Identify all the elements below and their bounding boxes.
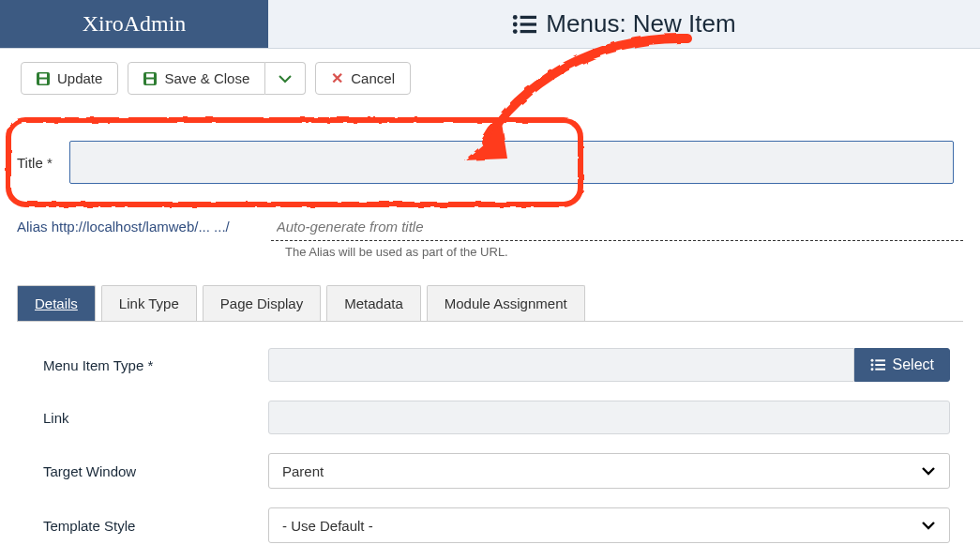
- menu-item-type-select-button[interactable]: Select: [854, 348, 950, 382]
- save-close-dropdown[interactable]: [265, 62, 306, 95]
- page-title: Menus: New Item: [546, 9, 735, 38]
- chevron-down-icon: [921, 521, 936, 530]
- template-style-value: - Use Default -: [282, 518, 373, 534]
- menu-item-type-label: Menu Item Type *: [43, 357, 268, 373]
- list-icon: [512, 14, 536, 35]
- svg-point-17: [870, 368, 873, 371]
- svg-point-4: [513, 29, 518, 34]
- template-style-label: Template Style: [43, 518, 268, 534]
- svg-rect-11: [146, 79, 154, 83]
- svg-rect-18: [875, 369, 885, 371]
- chevron-down-icon: [279, 74, 292, 83]
- topbar: XiroAdmin Menus: New Item: [0, 0, 980, 49]
- tab-module-assignment[interactable]: Module Assignment: [427, 285, 585, 321]
- save-close-group: Save & Close: [128, 62, 306, 95]
- save-close-label: Save & Close: [164, 70, 249, 86]
- save-close-button[interactable]: Save & Close: [128, 62, 265, 95]
- toolbar: Update Save & Close ✕ Cancel: [0, 49, 980, 104]
- cancel-label: Cancel: [351, 70, 395, 86]
- svg-rect-3: [520, 23, 536, 25]
- field-template-style: Template Style - Use Default -: [43, 507, 950, 543]
- title-input[interactable]: [69, 141, 954, 184]
- update-button[interactable]: Update: [21, 62, 118, 95]
- tab-bar: Details Link Type Page Display Metadata …: [17, 285, 963, 322]
- svg-point-15: [870, 364, 873, 367]
- svg-rect-16: [875, 364, 885, 366]
- tab-link-type[interactable]: Link Type: [101, 285, 197, 321]
- field-link: Link: [43, 401, 950, 434]
- field-menu-item-type: Menu Item Type * Select: [43, 348, 950, 382]
- save-icon: [37, 72, 50, 85]
- alias-input[interactable]: [271, 213, 963, 241]
- cancel-button[interactable]: ✕ Cancel: [315, 62, 411, 95]
- tab-page-display[interactable]: Page Display: [203, 285, 321, 321]
- tab-metadata[interactable]: Metadata: [326, 285, 421, 321]
- alias-help-text: The Alias will be used as part of the UR…: [285, 245, 963, 259]
- save-icon: [143, 72, 157, 85]
- svg-rect-14: [875, 359, 885, 361]
- svg-rect-7: [39, 73, 47, 77]
- template-style-select[interactable]: - Use Default -: [268, 507, 950, 543]
- link-label: Link: [43, 410, 268, 426]
- svg-rect-10: [146, 73, 154, 77]
- target-window-label: Target Window: [43, 463, 268, 479]
- svg-rect-1: [520, 15, 536, 18]
- select-button-label: Select: [893, 356, 934, 373]
- svg-point-0: [513, 15, 518, 20]
- brand-logo: XiroAdmin: [0, 0, 268, 48]
- field-target-window: Target Window Parent: [43, 453, 950, 489]
- update-label: Update: [57, 70, 102, 86]
- form-area: Title * Alias http://localhost/lamweb/..…: [0, 121, 980, 560]
- svg-rect-5: [520, 29, 536, 32]
- details-panel: Menu Item Type * Select Link Target Wind…: [17, 322, 963, 560]
- target-window-select[interactable]: Parent: [268, 453, 950, 489]
- menu-item-type-input: [268, 348, 854, 382]
- page-title-wrap: Menus: New Item: [268, 0, 980, 48]
- close-icon: ✕: [331, 71, 343, 86]
- alias-label: Alias http://localhost/lamweb/... .../: [17, 219, 230, 235]
- chevron-down-icon: [921, 466, 936, 476]
- title-row: Title *: [17, 121, 963, 204]
- svg-point-13: [870, 359, 873, 362]
- svg-rect-8: [39, 79, 47, 83]
- svg-point-2: [513, 22, 518, 26]
- tab-details[interactable]: Details: [17, 285, 96, 321]
- title-label: Title *: [17, 155, 53, 171]
- alias-row: Alias http://localhost/lamweb/... .../: [17, 213, 963, 241]
- target-window-value: Parent: [282, 463, 324, 479]
- list-icon: [870, 358, 885, 371]
- link-input: [268, 401, 950, 434]
